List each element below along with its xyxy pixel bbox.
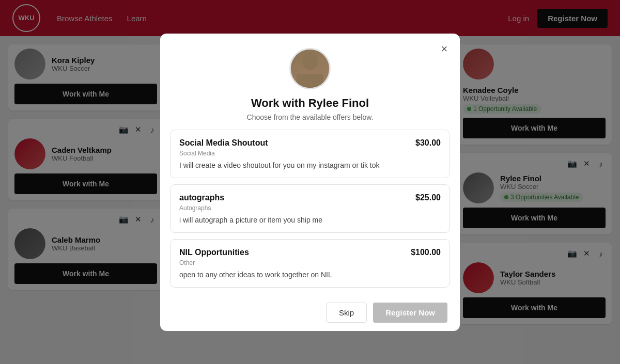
- svg-rect-2: [297, 74, 323, 87]
- offer-name-nil: NIL Opportunities: [179, 248, 249, 257]
- offer-category-social: Social Media: [179, 150, 441, 157]
- offer-price-nil: $100.00: [411, 248, 441, 257]
- modal-close-button[interactable]: ×: [436, 41, 453, 57]
- modal: × Work with Rylee Finol Choose from the …: [160, 34, 460, 331]
- offer-description-social: I will create a video shoutout for you o…: [179, 161, 441, 169]
- modal-header: Work with Rylee Finol Choose from the av…: [160, 34, 460, 130]
- modal-body: Social Media Shoutout $30.00 Social Medi…: [160, 130, 460, 294]
- skip-button[interactable]: Skip: [326, 303, 367, 323]
- modal-register-now-button[interactable]: Register Now: [373, 303, 447, 323]
- offer-name-autographs: autographs: [179, 193, 224, 202]
- offer-description-nil: open to any other ideas to work together…: [179, 271, 441, 279]
- offer-name-social: Social Media Shoutout: [179, 138, 268, 148]
- offer-top-autographs: autographs $25.00: [179, 193, 441, 202]
- modal-overlay[interactable]: × Work with Rylee Finol Choose from the …: [0, 0, 620, 364]
- offer-top-social: Social Media Shoutout $30.00: [179, 138, 441, 148]
- offer-top-nil: NIL Opportunities $100.00: [179, 248, 441, 257]
- offer-card-social-media[interactable]: Social Media Shoutout $30.00 Social Medi…: [171, 130, 450, 178]
- offer-category-autographs: Autographs: [179, 204, 441, 212]
- offer-card-nil[interactable]: NIL Opportunities $100.00 Other open to …: [171, 239, 450, 288]
- offer-price-autographs: $25.00: [415, 193, 441, 202]
- modal-title: Work with Rylee Finol: [251, 97, 369, 110]
- svg-point-0: [302, 53, 318, 70]
- offer-description-autographs: i will autograph a picture or item you s…: [179, 216, 441, 224]
- athlete-silhouette-icon: [291, 50, 329, 88]
- offer-price-social: $30.00: [415, 138, 441, 148]
- modal-subtitle: Choose from the available offers below.: [247, 113, 374, 121]
- offer-category-nil: Other: [179, 259, 441, 266]
- offer-card-autographs[interactable]: autographs $25.00 Autographs i will auto…: [171, 184, 450, 233]
- modal-footer: Skip Register Now: [160, 294, 460, 331]
- modal-athlete-avatar: [289, 48, 331, 89]
- modal-avatar-inner: [291, 50, 329, 88]
